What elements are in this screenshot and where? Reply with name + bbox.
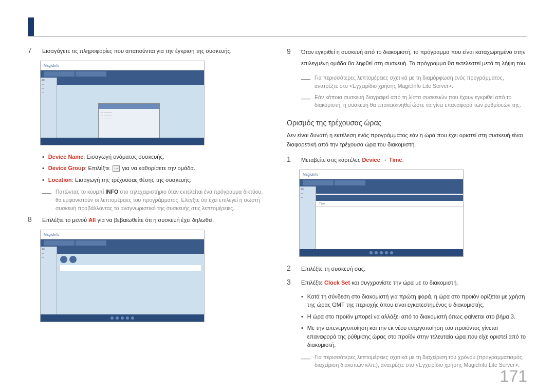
- step-3-time: 3 Επιλέξτε Clock Set και συγχρονίστε την…: [287, 278, 527, 287]
- note-text: Για περισσότερες λεπτομέρειες σχετικά με…: [314, 353, 527, 370]
- bullet-location: • Location: Εισαγωγή της τρέχουσας θέσης…: [42, 176, 268, 184]
- bullet-device-group: • Device Group: Επιλέξτε ⋯ για να καθορί…: [42, 164, 268, 173]
- right-column: 9 Όταν εγκριθεί η συσκευή από το διακομι…: [287, 46, 527, 372]
- ss-sidebar: All———: [41, 78, 57, 138]
- ss-tabs: [41, 239, 204, 247]
- field-label: Location: [48, 177, 72, 183]
- heading-set-time: Ορισμός της τρέχουσας ώρας: [287, 119, 527, 127]
- ss-main: — ———— ———— ———: [57, 78, 204, 138]
- step-9: 9 Όταν εγκριθεί η συσκευή από το διακομι…: [287, 46, 527, 69]
- ss-main: [57, 247, 204, 314]
- heading-description: Δεν είναι δυνατή η εκτέλεση ενός προγράμ…: [287, 131, 527, 149]
- bullet-gmt: • Κατά τη σύνδεση στο διακομιστή για πρώ…: [301, 292, 527, 309]
- step-7: 7 Εισαγάγετε τις πληροφορίες που απαιτού…: [28, 46, 268, 55]
- bullet-dot-icon: •: [42, 164, 44, 173]
- menu-all: All: [88, 217, 96, 223]
- step-number: 9: [287, 47, 294, 55]
- field-label: Device Name: [48, 154, 84, 160]
- note-time-management: ― Για περισσότερες λεπτομέρειες σχετικά …: [301, 353, 527, 370]
- step-number: 2: [287, 264, 294, 272]
- note-program-config: ― Για περισσότερες λεπτομέρειες σχετικά …: [301, 74, 527, 90]
- step-number: 3: [287, 278, 294, 286]
- tab-time: Time: [389, 157, 402, 163]
- step-text: Όταν εγκριθεί η συσκευή από το διακομιστ…: [301, 46, 527, 69]
- ss-header: MagicInfo: [300, 170, 463, 179]
- header-accent-bar: [28, 17, 34, 36]
- bullet-device-name: • Device Name: Εισαγωγή ονόματος συσκευή…: [42, 153, 268, 161]
- bold-info: INFO: [105, 189, 118, 195]
- step-2-time: 2 Επιλέξτε τη συσκευή σας.: [287, 264, 527, 273]
- ss-header: MagicInfo: [41, 230, 204, 239]
- step-text: Επιλέξτε τη συσκευή σας.: [301, 265, 365, 273]
- ss-footer: [41, 314, 204, 322]
- ss-footer: [41, 138, 204, 145]
- step-number: 7: [28, 46, 35, 54]
- dash-icon: ―: [42, 188, 51, 212]
- field-text-post: για να καθορίσετε την ομάδα.: [121, 165, 195, 171]
- bullet-dot-icon: •: [301, 292, 303, 309]
- two-column-layout: 7 Εισαγάγετε τις πληροφορίες που απαιτού…: [28, 46, 527, 372]
- clock-set: Clock Set: [324, 279, 350, 286]
- ss-logo: MagicInfo: [44, 233, 59, 236]
- ss-logo: MagicInfo: [44, 64, 59, 67]
- step-1-time: 1 Μεταβείτε στις καρτέλες Device → Time.: [287, 155, 527, 164]
- ss-tabs: [300, 179, 463, 186]
- step-text: Μεταβείτε στις καρτέλες Device → Time.: [301, 156, 404, 164]
- left-column: 7 Εισαγάγετε τις πληροφορίες που απαιτού…: [28, 46, 268, 372]
- ss-logo: MagicInfo: [303, 173, 318, 176]
- bullet-reset-time: • Με την απενεργοποίηση και την εκ νέου …: [301, 324, 527, 349]
- bullet-dot-icon: •: [301, 324, 303, 349]
- time-bullets: • Κατά τη σύνδεση στο διακομιστή για πρώ…: [301, 292, 527, 349]
- header-rule: [28, 36, 527, 36]
- note-text: Εάν κάποια συσκευή διαγραφεί από τη λίστ…: [314, 94, 527, 110]
- screenshot-device-time: MagicInfo All—— Time: [299, 170, 464, 257]
- bullet-dot-icon: •: [42, 153, 44, 161]
- bullet-dot-icon: •: [42, 176, 44, 184]
- note-text: Πατώντας το κουμπί INFO στο τηλεχειριστή…: [55, 188, 268, 212]
- ss-sidebar: All——: [41, 247, 57, 314]
- step-text: Επιλέξτε το μενού All για να βεβαιωθείτε…: [42, 216, 214, 225]
- ss-header: MagicInfo: [41, 61, 204, 70]
- ss-dialog: — ———— ———— ———: [98, 103, 160, 139]
- field-label: Device Group: [48, 165, 85, 171]
- dash-icon: ―: [301, 74, 310, 90]
- dash-icon: ―: [301, 94, 310, 110]
- ss-sidebar: All——: [300, 186, 316, 249]
- bullet-text: Η ώρα στο προϊόν μπορεί να αλλάξει από τ…: [307, 312, 515, 321]
- field-text: : Εισαγωγή ονόματος συσκευής.: [83, 154, 164, 160]
- note-info: ― Πατώντας το κουμπί INFO στο τηλεχειρισ…: [42, 188, 268, 212]
- bullet-text: Κατά τη σύνδεση στο διακομιστή για πρώτη…: [307, 292, 527, 309]
- screenshot-all-menu: MagicInfo All——: [40, 230, 205, 322]
- field-text: : Εισαγωγή της τρέχουσας θέσης της συσκε…: [72, 177, 192, 183]
- note-device-deleted: ― Εάν κάποια συσκευή διαγραφεί από τη λί…: [301, 94, 527, 110]
- step-8: 8 Επιλέξτε το μενού All για να βεβαιωθεί…: [28, 215, 268, 225]
- step-text: Εισαγάγετε τις πληροφορίες που απαιτούντ…: [42, 47, 232, 55]
- dash-icon: ―: [301, 353, 310, 370]
- ss-tabs: [41, 70, 204, 78]
- field-text-pre: : Επιλέξτε: [85, 165, 111, 171]
- step-text: Επιλέξτε Clock Set και συγχρονίστε την ώ…: [301, 278, 458, 287]
- browse-icon: ⋯: [113, 165, 120, 172]
- ss-footer: [300, 249, 463, 256]
- bullet-dot-icon: •: [301, 312, 303, 321]
- tab-device: Device: [362, 157, 380, 163]
- step-number: 8: [28, 215, 35, 223]
- ss-main: Time: [316, 186, 463, 249]
- page-number: 171: [500, 367, 527, 386]
- field-bullets: • Device Name: Εισαγωγή ονόματος συσκευή…: [42, 153, 268, 184]
- bullet-change-time: • Η ώρα στο προϊόν μπορεί να αλλάξει από…: [301, 312, 527, 321]
- step-number: 1: [287, 155, 294, 163]
- screenshot-approve-device: MagicInfo All——— — ———— ———— ———: [40, 61, 205, 145]
- note-text: Για περισσότερες λεπτομέρειες σχετικά με…: [314, 74, 527, 90]
- bullet-text: Με την απενεργοποίηση και την εκ νέου εν…: [307, 324, 527, 349]
